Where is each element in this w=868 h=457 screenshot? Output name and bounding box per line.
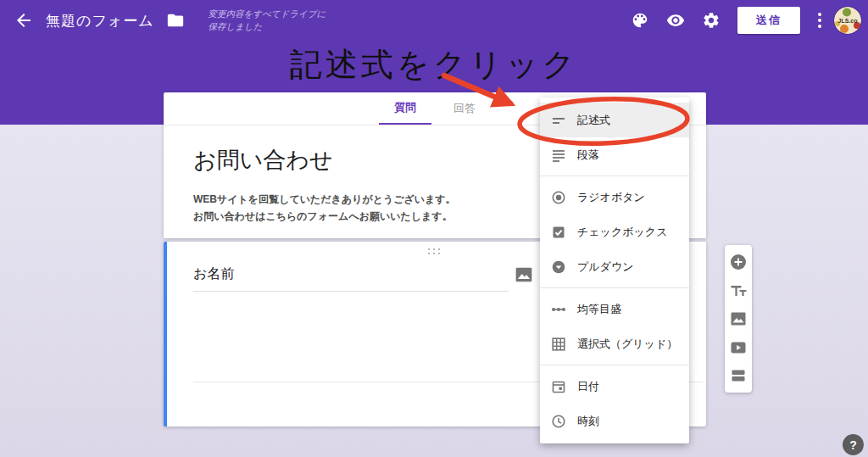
menu-item-short-answer[interactable]: 記述式 bbox=[540, 103, 689, 137]
menu-item-dropdown[interactable]: プルダウン bbox=[540, 249, 689, 284]
form-title[interactable]: お問い合わせ bbox=[193, 145, 333, 176]
drag-handle-icon[interactable] bbox=[428, 248, 440, 254]
menu-item-label: 段落 bbox=[577, 148, 599, 163]
settings-gear-icon[interactable] bbox=[702, 11, 721, 30]
checkbox-icon bbox=[551, 225, 566, 240]
folder-icon[interactable] bbox=[166, 11, 185, 30]
grid-icon bbox=[551, 337, 566, 352]
tab-questions[interactable]: 質問 bbox=[379, 92, 431, 125]
avatar-image: JLS.co bbox=[834, 7, 861, 34]
google-forms-editor: 無題のフォーム 変更内容をすべてドライブに 保存しました 送信 bbox=[0, 0, 868, 457]
question-type-menu: 記述式 段落 ラジオボタン チェックボックス bbox=[540, 98, 689, 443]
form-description-line2: お問い合わせはこちらのフォームへお願いいたします。 bbox=[193, 209, 456, 226]
annotation-caption: 記述式をクリック bbox=[0, 43, 868, 86]
menu-item-grid[interactable]: 選択式（グリッド） bbox=[540, 326, 689, 361]
clock-icon bbox=[551, 414, 566, 429]
menu-item-label: プルダウン bbox=[577, 259, 634, 275]
save-status: 変更内容をすべてドライブに 保存しました bbox=[209, 8, 326, 33]
menu-item-date[interactable]: 日付 bbox=[540, 369, 689, 404]
back-arrow-icon[interactable] bbox=[14, 10, 34, 31]
account-avatar[interactable]: JLS.co bbox=[834, 7, 861, 34]
menu-item-time[interactable]: 時刻 bbox=[540, 404, 689, 438]
linear-scale-icon bbox=[551, 302, 566, 317]
menu-item-label: 時刻 bbox=[577, 414, 599, 429]
add-text-icon[interactable] bbox=[730, 282, 747, 299]
menu-item-paragraph[interactable]: 段落 bbox=[540, 137, 689, 172]
app-bar: 無題のフォーム 変更内容をすべてドライブに 保存しました 送信 bbox=[0, 0, 868, 41]
short-answer-icon bbox=[551, 113, 566, 128]
menu-divider bbox=[540, 176, 689, 176]
menu-item-radio[interactable]: ラジオボタン bbox=[540, 180, 689, 215]
more-options-icon[interactable] bbox=[815, 11, 824, 30]
save-status-line2: 保存しました bbox=[209, 20, 326, 33]
add-image-icon[interactable] bbox=[730, 310, 747, 327]
menu-item-linear-scale[interactable]: 均等目盛 bbox=[540, 292, 689, 326]
form-title-header[interactable]: 無題のフォーム bbox=[46, 11, 154, 31]
form-description-line1: WEBサイトを回覧していただきありがとうございます。 bbox=[193, 192, 456, 209]
menu-item-label: チェックボックス bbox=[577, 225, 667, 240]
menu-item-label: 記述式 bbox=[577, 113, 610, 128]
menu-item-label: 均等目盛 bbox=[577, 302, 621, 317]
add-section-icon[interactable] bbox=[730, 367, 747, 384]
add-image-icon[interactable] bbox=[515, 265, 533, 284]
add-video-icon[interactable] bbox=[730, 339, 747, 356]
radio-icon bbox=[551, 190, 566, 205]
preview-eye-icon[interactable] bbox=[666, 11, 685, 30]
menu-divider bbox=[540, 365, 689, 365]
tab-answers[interactable]: 回答 bbox=[438, 92, 491, 125]
dropdown-icon bbox=[551, 259, 566, 275]
form-description[interactable]: WEBサイトを回覧していただきありがとうございます。 お問い合わせはこちらのフォ… bbox=[193, 192, 456, 226]
help-button[interactable]: ? bbox=[843, 434, 864, 455]
add-question-icon[interactable] bbox=[730, 254, 747, 270]
menu-item-label: ラジオボタン bbox=[577, 190, 645, 205]
menu-divider bbox=[540, 287, 689, 288]
menu-item-checkbox[interactable]: チェックボックス bbox=[540, 215, 689, 249]
question-title-input[interactable]: お名前 bbox=[193, 265, 509, 292]
menu-item-label: 日付 bbox=[577, 379, 599, 394]
menu-item-label: 選択式（グリッド） bbox=[577, 337, 677, 352]
palette-icon[interactable] bbox=[631, 11, 649, 30]
svg-text:JLS.co: JLS.co bbox=[838, 18, 858, 24]
paragraph-icon bbox=[551, 148, 566, 163]
save-status-line1: 変更内容をすべてドライブに bbox=[209, 8, 326, 20]
calendar-icon bbox=[551, 379, 566, 394]
floating-toolbar bbox=[725, 245, 752, 393]
send-button[interactable]: 送信 bbox=[737, 7, 800, 34]
